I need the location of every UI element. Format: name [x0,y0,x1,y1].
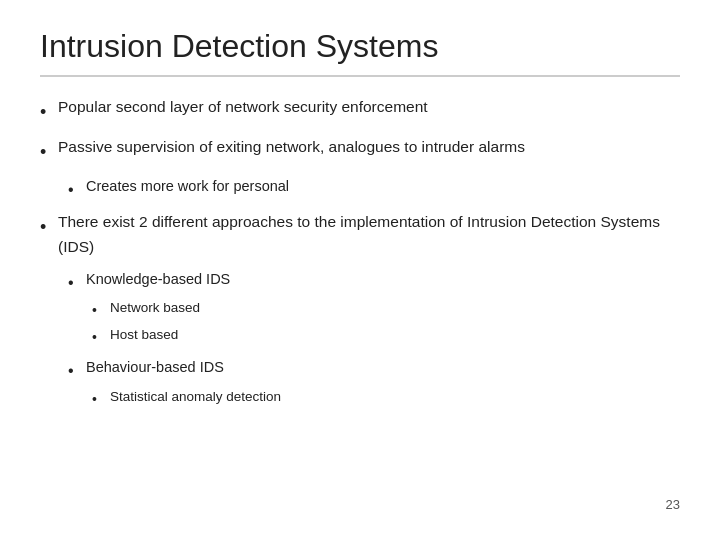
bullet-3-1-1: • Network based [92,297,680,321]
bullet-3-1: • Knowledge-based IDS [68,268,680,296]
bullet-2-dot: • [40,138,58,167]
bullet-3-2: • Behaviour-based IDS [68,356,680,384]
bullet-2-text: Passive supervision of exiting network, … [58,135,525,160]
bullet-3-1-1-text: Network based [110,297,200,319]
bullet-3-1-2: • Host based [92,324,680,348]
bullet-3-1-dot: • [68,270,86,296]
bullet-2-1: • Creates more work for personal [68,175,680,203]
bullet-3-dot: • [40,213,58,242]
slide-content: • Popular second layer of network securi… [40,95,680,491]
bullet-3-2-1-text: Statistical anomaly detection [110,386,281,408]
bullet-3-2-1: • Statistical anomaly detection [92,386,680,410]
bullet-1: • Popular second layer of network securi… [40,95,680,127]
slide-title: Intrusion Detection Systems [40,28,680,77]
bullet-2-1-dot: • [68,177,86,203]
bullet-1-text: Popular second layer of network security… [58,95,428,120]
bullet-3-2-text: Behaviour-based IDS [86,356,224,379]
bullet-3: • There exist 2 different approaches to … [40,210,680,260]
bullet-3-1-text: Knowledge-based IDS [86,268,230,291]
bullet-2-1-text: Creates more work for personal [86,175,289,198]
page-number: 23 [40,491,680,512]
bullet-3-2-dot: • [68,358,86,384]
bullet-3-2-1-dot: • [92,388,110,410]
bullet-3-1-2-dot: • [92,326,110,348]
bullet-3-text: There exist 2 different approaches to th… [58,210,680,260]
bullet-1-dot: • [40,98,58,127]
bullet-2: • Passive supervision of exiting network… [40,135,680,167]
slide: Intrusion Detection Systems • Popular se… [0,0,720,540]
bullet-3-1-2-text: Host based [110,324,178,346]
bullet-3-1-1-dot: • [92,299,110,321]
